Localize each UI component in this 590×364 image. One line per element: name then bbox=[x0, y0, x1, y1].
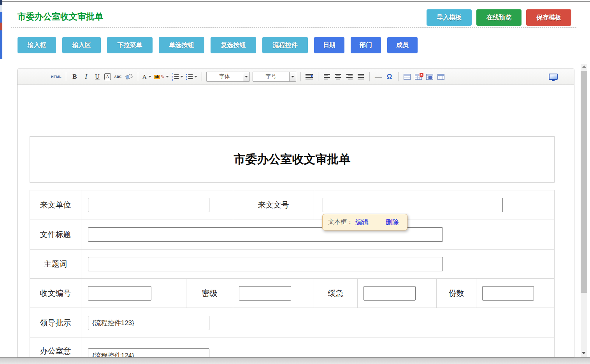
chevron-down-icon bbox=[194, 76, 197, 77]
italic-button[interactable]: I bbox=[82, 72, 90, 82]
widget-date-button[interactable]: 日期 bbox=[314, 37, 344, 53]
table-cell bbox=[81, 308, 554, 338]
remove-format-button[interactable] bbox=[125, 72, 133, 82]
monitor-icon bbox=[549, 74, 558, 80]
scrollbar-thumb[interactable] bbox=[581, 71, 587, 293]
widget-dropdown-button[interactable]: 下拉菜单 bbox=[107, 37, 153, 53]
toolbar-separator bbox=[318, 72, 318, 81]
save-template-button[interactable]: 保存模板 bbox=[526, 9, 571, 26]
window-edge-sliver bbox=[0, 30, 2, 59]
horizontal-rule-button[interactable]: — bbox=[374, 72, 383, 82]
window-edge-sliver bbox=[0, 5, 2, 12]
align-justify-button[interactable] bbox=[356, 72, 365, 82]
widget-department-button[interactable]: 部门 bbox=[351, 37, 381, 53]
table-cell bbox=[476, 279, 554, 308]
bullet-list-icon bbox=[186, 74, 193, 80]
doc-number-input[interactable] bbox=[323, 198, 503, 212]
page-title: 市委办公室收文审批单 bbox=[18, 11, 103, 23]
align-center-icon bbox=[335, 74, 341, 79]
font-size-select[interactable]: 字号 bbox=[253, 72, 296, 82]
receipt-number-input[interactable] bbox=[88, 286, 151, 301]
align-right-icon bbox=[346, 74, 353, 79]
unordered-list-button[interactable] bbox=[186, 72, 197, 82]
text-border-button[interactable]: A bbox=[104, 73, 111, 80]
doc-number-label: 来文文号 bbox=[233, 190, 314, 220]
table-row: 主题词 bbox=[30, 250, 554, 279]
table-cell bbox=[233, 279, 314, 308]
secrecy-label: 密级 bbox=[186, 279, 233, 308]
font-size-dropdown-button[interactable] bbox=[289, 72, 296, 81]
table-properties-icon bbox=[437, 74, 444, 80]
chevron-down-icon bbox=[166, 76, 169, 77]
urgency-input[interactable] bbox=[363, 286, 416, 301]
align-left-button[interactable] bbox=[323, 72, 331, 82]
align-justify-icon bbox=[358, 74, 364, 79]
table-row: 收文编号 密级 缓急 份数 bbox=[30, 279, 554, 308]
font-family-dropdown-button[interactable] bbox=[243, 72, 249, 81]
underline-button[interactable]: U bbox=[93, 72, 102, 82]
doc-title-label: 文件标题 bbox=[30, 220, 81, 249]
highlight-color-button[interactable]: ab ✎ bbox=[154, 72, 169, 82]
toolbar-separator bbox=[66, 72, 66, 81]
widget-button-row: 输入框 输入区 下拉菜单 单选按钮 复选按钮 流程控件 日期 部门 成员 bbox=[18, 37, 418, 53]
align-center-button[interactable] bbox=[334, 72, 342, 82]
chevron-down-icon bbox=[148, 76, 151, 77]
online-preview-button[interactable]: 在线预览 bbox=[476, 9, 522, 26]
align-right-button[interactable] bbox=[345, 72, 354, 82]
form-table: 来文单位 来文文号 文件标题 主题词 收文编号 密 bbox=[30, 190, 555, 357]
font-family-select[interactable]: 字体 bbox=[206, 72, 250, 82]
bold-button[interactable]: B bbox=[70, 72, 79, 82]
subject-words-input[interactable] bbox=[88, 257, 443, 271]
chevron-down-icon bbox=[180, 76, 183, 77]
indent-button[interactable] bbox=[305, 72, 314, 82]
leader-note-input[interactable] bbox=[88, 316, 209, 330]
form-title: 市委办公室收文审批单 bbox=[234, 151, 351, 167]
widget-textarea-button[interactable]: 输入区 bbox=[62, 37, 101, 53]
strikethrough-button[interactable]: ABC bbox=[114, 72, 122, 82]
font-color-button[interactable]: A bbox=[142, 72, 151, 82]
widget-tooltip: 文本框： 编辑 删除 bbox=[322, 214, 407, 230]
font-family-value: 字体 bbox=[207, 72, 243, 81]
cell-properties-button[interactable] bbox=[425, 72, 434, 82]
table-cell bbox=[81, 220, 554, 249]
delete-table-button[interactable] bbox=[414, 72, 423, 82]
pencil-icon: ✎ bbox=[160, 74, 164, 79]
fullscreen-button[interactable] bbox=[549, 72, 569, 82]
insert-table-button[interactable] bbox=[403, 72, 411, 82]
widget-checkbox-button[interactable]: 复选按钮 bbox=[211, 37, 256, 53]
tooltip-delete-link[interactable]: 删除 bbox=[386, 218, 399, 227]
import-template-button[interactable]: 导入模板 bbox=[427, 9, 472, 26]
font-size-value: 字号 bbox=[253, 72, 289, 81]
table-row: 来文单位 来文文号 bbox=[30, 190, 554, 220]
toolbar-separator bbox=[369, 72, 370, 81]
widget-flow-control-button[interactable]: 流程控件 bbox=[262, 37, 308, 53]
scroll-up-arrow-icon[interactable] bbox=[582, 65, 586, 68]
widget-member-button[interactable]: 成员 bbox=[387, 37, 418, 53]
widget-input-box-button[interactable]: 输入框 bbox=[18, 37, 56, 53]
vertical-scrollbar[interactable] bbox=[581, 64, 587, 357]
chevron-down-icon bbox=[291, 76, 294, 77]
source-unit-label: 来文单位 bbox=[30, 190, 81, 220]
table-cell bbox=[81, 190, 233, 220]
table-row: 领导批示 bbox=[30, 308, 554, 338]
window-edge-sliver bbox=[0, 23, 2, 30]
table-properties-button[interactable] bbox=[437, 72, 445, 82]
source-code-button[interactable]: HTML bbox=[51, 72, 61, 82]
ordered-list-icon: 1 2 3 bbox=[172, 73, 178, 81]
table-row: 文件标题 bbox=[30, 220, 554, 250]
form-title-box[interactable]: 市委办公室收文审批单 bbox=[30, 136, 555, 183]
rich-text-editor: HTML B I U A ABC A ab ✎ 1 2 3 bbox=[17, 69, 574, 357]
office-opinion-input[interactable] bbox=[88, 348, 209, 357]
office-opinion-label: 办公室意 bbox=[30, 338, 81, 357]
scroll-down-arrow-icon[interactable] bbox=[582, 352, 586, 354]
widget-radio-button[interactable]: 单选按钮 bbox=[159, 37, 204, 53]
tooltip-edit-link[interactable]: 编辑 bbox=[355, 218, 369, 227]
secrecy-input[interactable] bbox=[239, 286, 291, 301]
copies-input[interactable] bbox=[482, 286, 534, 301]
template-actions: 导入模板 在线预览 保存模板 bbox=[427, 9, 571, 26]
toolbar-separator bbox=[202, 72, 202, 81]
source-unit-input[interactable] bbox=[88, 198, 209, 212]
ordered-list-button[interactable]: 1 2 3 bbox=[172, 72, 183, 82]
special-character-button[interactable]: Ω bbox=[385, 72, 394, 82]
copies-label: 份数 bbox=[437, 279, 476, 308]
